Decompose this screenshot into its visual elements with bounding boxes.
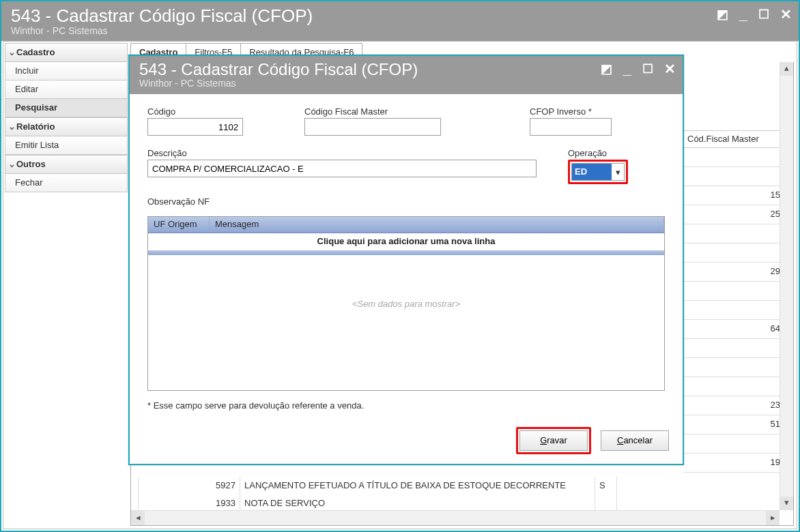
dialog-titlebar: 543 - Cadastrar Código Fiscal (CFOP) Win… — [130, 56, 683, 94]
grid-cell-master — [683, 339, 785, 358]
nf-empty-text: <Sem dados para mostrar> — [148, 299, 664, 309]
dialog-close-icon[interactable]: ✕ — [664, 61, 676, 77]
scroll-up-icon[interactable]: ▴ — [780, 62, 793, 76]
footnote: * Esse campo serve para devolução refere… — [147, 400, 665, 411]
main-title: 543 - Cadastrar Código Fiscal (CFOP) — [11, 5, 789, 27]
dialog-minimize-icon[interactable]: _ — [623, 60, 631, 78]
codigo-input[interactable] — [147, 118, 243, 136]
grid-cell-master: 15 — [683, 186, 785, 205]
label-master: Código Fiscal Master — [304, 106, 461, 117]
label-inverso: CFOP Inverso * — [530, 106, 646, 117]
label-observacao: Observação NF — [147, 196, 665, 207]
grid-cell-master — [683, 224, 785, 243]
observacao-grid: UF Origem Mensagem Clique aqui para adic… — [147, 216, 665, 391]
gravar-button[interactable]: Gravar — [519, 430, 588, 451]
scroll-right-icon[interactable]: ▸ — [766, 511, 780, 526]
inverso-input[interactable] — [530, 118, 612, 136]
grid-cell-master — [683, 434, 785, 454]
operacao-select[interactable]: ED ▾ — [571, 163, 625, 181]
dialog-subtitle: Winthor - PC Sistemas — [139, 78, 673, 89]
grid-cell-master: 25 — [683, 205, 785, 224]
gravar-highlight: Gravar — [516, 427, 591, 454]
grid-cell-op: S — [595, 477, 617, 496]
sidebar-group-relatorio[interactable]: ⌄Relatório — [5, 117, 128, 136]
vertical-scrollbar[interactable]: ▴ ▾ — [780, 62, 793, 510]
sidebar-item-fechar[interactable]: Fechar — [5, 174, 128, 192]
chevron-down-icon[interactable]: ▾ — [612, 167, 624, 177]
gravar-label: ravar — [547, 435, 567, 445]
label-descricao: Descrição — [147, 148, 537, 158]
grid-cell-master — [683, 243, 785, 263]
grid-cell-master — [683, 301, 785, 320]
grid-cell-master: 19 — [683, 454, 785, 473]
master-input[interactable] — [304, 118, 441, 136]
grid-cell-master — [683, 167, 785, 186]
label-codigo: Código — [147, 106, 263, 117]
descricao-input[interactable] — [147, 160, 537, 177]
nf-col-uf[interactable]: UF Origem — [148, 217, 210, 233]
dialog-maximize-icon[interactable]: ☐ — [642, 61, 653, 76]
grid-cell-master — [683, 148, 785, 167]
main-titlebar: 543 - Cadastrar Código Fiscal (CFOP) Win… — [1, 1, 799, 41]
dialog-title: 543 - Cadastrar Código Fiscal (CFOP) — [139, 60, 673, 79]
cancelar-button[interactable]: Cancelar — [601, 430, 669, 451]
sidebar-item-emitir-lista[interactable]: Emitir Lista — [5, 136, 128, 155]
close-icon[interactable]: ✕ — [780, 6, 792, 23]
main-subtitle: Winthor - PC Sistemas — [11, 25, 789, 36]
label-operacao: Operação — [568, 148, 628, 158]
grid-cell-master: 23 — [683, 396, 785, 415]
nf-add-row[interactable]: Clique aqui para adicionar uma nova linh… — [148, 233, 664, 251]
sidebar-item-editar[interactable]: Editar — [5, 80, 128, 99]
maximize-icon[interactable]: ☐ — [758, 7, 769, 22]
grid-cell-master: 29 — [683, 263, 785, 282]
grid-cell-master: 51 — [683, 415, 785, 434]
dialog-resize-icon[interactable]: ◩ — [601, 61, 612, 76]
scroll-left-icon[interactable]: ◂ — [131, 511, 145, 526]
grid-cell-code: 5927 — [138, 477, 240, 496]
cancelar-label: ancelar — [623, 435, 653, 445]
nf-col-msg[interactable]: Mensagem — [210, 217, 664, 233]
sidebar-group-outros[interactable]: ⌄Outros — [5, 155, 128, 174]
edit-dialog: 543 - Cadastrar Código Fiscal (CFOP) Win… — [128, 55, 684, 465]
resize-icon[interactable]: ◩ — [717, 7, 728, 22]
operacao-value: ED — [572, 164, 612, 180]
sidebar-group-cadastro[interactable]: ⌄Cadastro — [5, 43, 128, 62]
operacao-highlight: ED ▾ — [568, 160, 628, 184]
sidebar-item-incluir[interactable]: Incluir — [5, 62, 128, 80]
grid-cell-master — [683, 358, 785, 377]
grid-cell-master: 64 — [683, 320, 785, 339]
scroll-down-icon[interactable]: ▾ — [780, 497, 793, 510]
sidebar-item-pesquisar[interactable]: Pesquisar — [5, 99, 128, 117]
grid-cell-desc: LANÇAMENTO EFETUADO A TÍTULO DE BAIXA DE… — [240, 477, 595, 496]
sidebar: ⌄Cadastro Incluir Editar Pesquisar ⌄Rela… — [5, 43, 128, 192]
minimize-icon[interactable]: _ — [739, 5, 747, 23]
horizontal-scrollbar[interactable]: ◂ ▸ — [131, 510, 780, 525]
grid-header-master[interactable]: Cód.Fiscal Master — [683, 130, 785, 148]
grid-cell-master — [683, 282, 785, 301]
grid-cell-master — [683, 377, 785, 396]
